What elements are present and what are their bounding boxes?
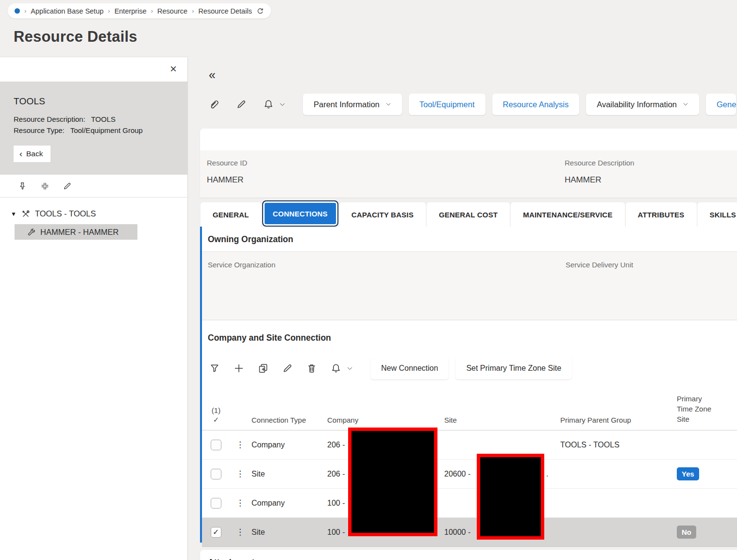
kebab-menu-icon[interactable]: ⋮ [230,440,251,450]
tree-node-label: HAMMER - HAMMER [40,228,118,237]
page-title: Resource Details [14,28,137,46]
connections-tab-panel: Owning Organization Service Organization… [200,227,737,543]
refresh-icon[interactable] [256,7,264,15]
paperclip-icon[interactable] [209,99,219,110]
chevron-down-icon[interactable] [279,101,285,108]
checkmark-icon[interactable]: ✓ [202,415,230,424]
set-primary-time-zone-site-button[interactable]: Set Primary Time Zone Site [455,357,572,379]
tab-general[interactable]: GENERAL [201,202,261,227]
tab-general-cost[interactable]: GENERAL COST [427,202,510,227]
attachments-title: Attachments [208,558,737,560]
breadcrumb-item-enterprise[interactable]: Enterprise [115,7,147,15]
cell-connection-type: Company [251,499,327,508]
table-row[interactable]: ⋮ Site 206 - 20600 - . Yes [202,460,737,489]
tool-equipment-button[interactable]: Tool/Equipment [409,94,486,115]
bell-icon[interactable] [331,363,341,373]
connection-table: (1) ✓ Connection Type Company Site Prima… [202,387,737,547]
service-delivery-unit-label: Service Delivery Unit [566,261,633,269]
button-label: Availability Information [597,100,677,109]
cell-primary-time-zone-site: Yes [677,467,737,480]
caret-down-icon[interactable]: ▼ [11,211,17,217]
resource-description-label: Resource Description [565,159,634,167]
availability-information-button[interactable]: Availability Information [586,94,699,115]
cell-connection-type: Site [251,528,327,537]
tab-strip: GENERAL CONNECTIONS CAPACITY BASIS GENER… [200,201,737,227]
row-checkbox[interactable] [211,498,221,509]
breadcrumb-item-application-base-setup[interactable]: Application Base Setup [31,7,103,15]
tab-maintenance-service[interactable]: MAINTENANCE/SERVICE [511,202,624,227]
cell-connection-type: Company [251,441,327,449]
plus-icon[interactable] [234,363,244,373]
resource-tree: ▼ TOOLS - TOOLS HAMMER - HAMMER [0,198,187,240]
breadcrumb-item-resource[interactable]: Resource [157,7,187,15]
collapse-panel-icon[interactable]: « [209,68,216,82]
resource-id-value: HAMMER [207,175,247,185]
breadcrumb-separator: › [151,7,153,15]
tab-attributes[interactable]: ATTRIBUTES [626,202,697,227]
breadcrumb: › Application Base Setup › Enterprise › … [8,3,271,18]
new-connection-button[interactable]: New Connection [370,357,449,379]
breadcrumb-separator: › [108,7,110,15]
table-row[interactable]: ⋮ Company 206 - TOOLS - TOOLS [202,430,737,460]
tab-capacity-basis[interactable]: CAPACITY BASIS [339,202,426,227]
pushpin-icon[interactable] [18,182,27,190]
collapse-tree-icon[interactable] [41,182,49,190]
resource-analysis-button[interactable]: Resource Analysis [492,94,580,115]
row-checkbox[interactable] [211,469,221,479]
button-label: Gene [717,100,736,109]
chevron-down-icon[interactable] [347,365,353,372]
button-label: Parent Information [314,100,380,109]
company-site-connection-title: Company and Site Connection [202,320,737,343]
app-status-dot-icon [15,8,20,14]
sidebar-panel-title: TOOLS [14,96,174,107]
col-header-primary-time-zone-site[interactable]: Primary Time Zone Site [677,394,716,430]
filter-icon[interactable] [210,363,219,373]
attachments-card: Attachments [200,550,737,560]
row-checkbox-checked[interactable] [211,527,221,538]
table-row-selected[interactable]: ⋮ Site 100 - 10000 - No [202,518,737,547]
col-header-connection-type[interactable]: Connection Type [251,416,327,430]
general-button[interactable]: Gene [706,94,736,115]
owning-organization-title: Owning Organization [202,227,737,252]
command-bar: Parent Information Tool/Equipment Resour… [209,94,737,115]
primary-tz-badge: Yes [677,467,699,480]
close-icon[interactable]: × [166,62,181,77]
tab-connections[interactable]: CONNECTIONS [262,200,338,227]
kebab-menu-icon[interactable]: ⋮ [230,527,251,537]
kebab-menu-icon[interactable]: ⋮ [230,498,251,508]
cell-primary-time-zone-site: No [677,526,737,539]
tree-node-hammer[interactable]: HAMMER - HAMMER [15,224,137,240]
row-checkbox[interactable] [211,440,221,450]
resource-id-label: Resource ID [207,159,247,167]
pencil-icon[interactable] [63,182,71,190]
cell-primary-parent-group: TOOLS - TOOLS [560,441,677,449]
resource-record-card: Resource ID HAMMER Resource Description … [200,129,737,198]
col-header-site[interactable]: Site [444,416,560,430]
bell-icon[interactable] [264,99,273,109]
back-chevron-icon: ‹ [19,150,22,157]
resource-description-value: HAMMER [565,175,634,185]
connection-table-toolbar: New Connection Set Primary Time Zone Sit… [210,357,737,380]
chevron-down-icon [683,101,688,107]
col-header-primary-parent-group[interactable]: Primary Parent Group [560,416,677,430]
primary-tz-badge: No [677,526,696,539]
pencil-icon[interactable] [236,99,246,109]
sidebar-field-value: Tool/Equipment Group [70,126,143,134]
tab-skills[interactable]: SKILLS [698,202,737,227]
kebab-menu-icon[interactable]: ⋮ [230,469,251,479]
back-button[interactable]: ‹ Back [14,146,50,162]
duplicate-icon[interactable] [258,363,268,373]
tree-node-tools[interactable]: ▼ TOOLS - TOOLS [7,209,187,218]
pencil-icon[interactable] [283,363,292,373]
breadcrumb-item-resource-details[interactable]: Resource Details [198,7,251,15]
parent-information-button[interactable]: Parent Information [303,94,402,115]
redaction-box-company [348,428,437,536]
breadcrumb-separator: › [24,7,26,15]
table-row[interactable]: ⋮ Company 100 - [202,489,737,518]
tools-crossed-icon [21,210,30,218]
wrench-icon [27,228,35,236]
sidebar: × TOOLS Resource Description: TOOLS Reso… [0,57,188,560]
selected-count: (1) [202,406,230,415]
site-suffix: . [546,470,548,478]
trash-icon[interactable] [307,363,317,373]
